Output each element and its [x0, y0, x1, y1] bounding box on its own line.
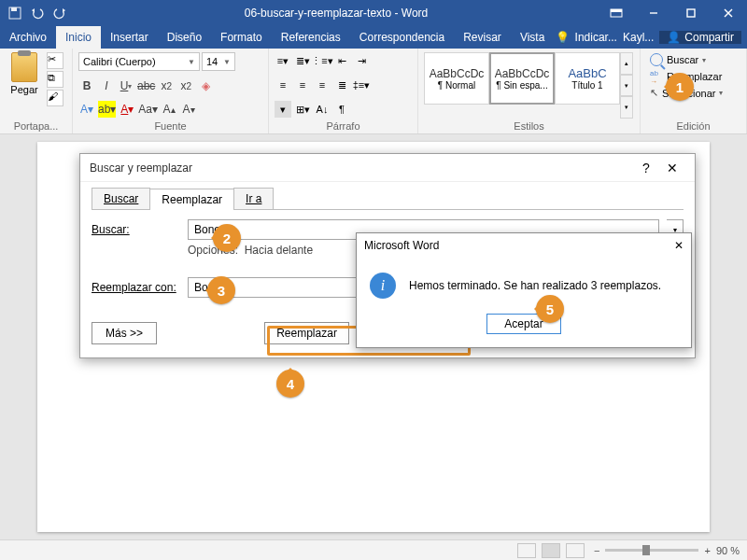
- increase-indent-button[interactable]: ⇥: [353, 52, 370, 69]
- dialog-tab-goto[interactable]: Ir a: [233, 188, 274, 209]
- dialog-help-button[interactable]: ?: [633, 161, 659, 175]
- tab-references[interactable]: Referencias: [272, 26, 350, 49]
- user-name[interactable]: Kayl...: [623, 31, 654, 44]
- style-name: ¶ Sin espa...: [496, 80, 547, 91]
- justify-button[interactable]: ≣: [333, 77, 350, 93]
- tab-insert[interactable]: Insertar: [101, 26, 158, 49]
- ribbon-options-icon[interactable]: [598, 0, 635, 26]
- zoom-in-button[interactable]: +: [704, 545, 710, 556]
- find-button[interactable]: Buscar ▾: [646, 52, 726, 67]
- tab-review[interactable]: Revisar: [454, 26, 511, 49]
- group-styles-label: Estilos: [424, 119, 634, 132]
- dialog-tab-replace[interactable]: Reemplazar: [149, 189, 234, 210]
- close-button[interactable]: [710, 0, 747, 26]
- find-label: Buscar:: [92, 223, 180, 236]
- tab-design[interactable]: Diseño: [158, 26, 211, 49]
- maximize-button[interactable]: [672, 0, 710, 26]
- minimize-button[interactable]: [635, 0, 672, 26]
- zoom-value[interactable]: 90 %: [716, 545, 740, 556]
- style-normal[interactable]: AaBbCcDc ¶ Normal: [424, 52, 489, 105]
- find-icon: [650, 53, 663, 66]
- dialog-title: Buscar y reemplazar: [90, 161, 633, 175]
- font-size-value: 14: [206, 56, 218, 67]
- format-painter-button[interactable]: 🖌: [47, 90, 63, 106]
- line-spacing-button[interactable]: ‡≡▾: [353, 77, 370, 93]
- borders-button[interactable]: ⊞▾: [294, 101, 311, 118]
- zoom-slider[interactable]: [605, 549, 698, 552]
- show-marks-button[interactable]: ¶: [333, 101, 350, 118]
- read-mode-button[interactable]: [517, 543, 536, 558]
- bullets-button[interactable]: ≡▾: [275, 52, 291, 69]
- find-replace-dialog: Buscar y reemplazar ? ✕ Buscar Reemplaza…: [79, 153, 696, 358]
- group-clipboard-label: Portapa...: [6, 119, 66, 132]
- save-icon[interactable]: [7, 6, 22, 21]
- style-no-spacing[interactable]: AaBbCcDc ¶ Sin espa...: [489, 52, 555, 105]
- ribbon-tabs: Archivo Inicio Insertar Diseño Formato R…: [0, 26, 747, 49]
- copy-button[interactable]: ⧉: [47, 71, 63, 88]
- align-center-button[interactable]: ≡: [294, 77, 311, 93]
- paste-button[interactable]: Pegar: [6, 52, 43, 119]
- document-area: Revisión del Mes Buscar y reemplazar ? ✕…: [0, 134, 747, 539]
- styles-scroll-down[interactable]: ▾: [620, 75, 633, 97]
- strike-button[interactable]: abc: [137, 77, 155, 94]
- replace-one-button[interactable]: Reemplazar: [264, 322, 349, 344]
- undo-icon[interactable]: [30, 6, 45, 21]
- highlight-button[interactable]: ab▾: [98, 101, 116, 118]
- share-button[interactable]: 👤 Compartir: [659, 31, 741, 44]
- align-left-button[interactable]: ≡: [275, 77, 291, 93]
- shading-button[interactable]: ▾: [275, 101, 291, 118]
- text-effects-button[interactable]: A▾: [78, 101, 95, 118]
- msgbox-text: Hemos terminado. Se han realizado 3 reem…: [409, 279, 661, 292]
- underline-button[interactable]: U ▾: [118, 77, 134, 94]
- redo-icon[interactable]: [52, 6, 67, 21]
- italic-button[interactable]: I: [98, 77, 115, 94]
- font-color-button[interactable]: A▾: [119, 101, 135, 118]
- superscript-button[interactable]: x2: [177, 77, 194, 94]
- sort-button[interactable]: A↓: [314, 101, 331, 118]
- dialog-tab-find[interactable]: Buscar: [92, 188, 150, 209]
- tab-home[interactable]: Inicio: [56, 26, 101, 49]
- styles-expand[interactable]: ▾: [620, 96, 633, 119]
- options-value: Hacia delante: [245, 244, 313, 257]
- group-editing-label: Edición: [646, 119, 740, 132]
- tab-file[interactable]: Archivo: [0, 26, 56, 49]
- share-label: Compartir: [684, 31, 734, 44]
- tell-me-input[interactable]: Indicar...: [575, 31, 617, 44]
- style-preview: AaBbC: [568, 66, 606, 80]
- msgbox-title: Microsoft Word: [364, 239, 674, 252]
- grow-font-button[interactable]: A▴: [161, 101, 177, 118]
- bold-button[interactable]: B: [78, 77, 95, 94]
- clear-format-button[interactable]: ◈: [197, 77, 214, 94]
- message-box: Microsoft Word ✕ i Hemos terminado. Se h…: [356, 232, 692, 348]
- numbering-button[interactable]: ≣▾: [294, 52, 311, 69]
- styles-scroll-up[interactable]: ▴: [620, 52, 633, 75]
- callout-4: 4: [276, 370, 304, 398]
- tell-me-icon[interactable]: 💡: [556, 31, 570, 44]
- zoom-out-button[interactable]: −: [594, 545, 599, 556]
- align-right-button[interactable]: ≡: [314, 77, 331, 93]
- print-layout-button[interactable]: [542, 543, 560, 558]
- info-icon: i: [370, 273, 396, 299]
- callout-2: 2: [213, 224, 241, 252]
- change-case-button[interactable]: Aa▾: [138, 101, 158, 118]
- web-layout-button[interactable]: [566, 543, 585, 558]
- tab-format[interactable]: Formato: [211, 26, 272, 49]
- tab-view[interactable]: Vista: [511, 26, 554, 49]
- svg-rect-1: [11, 7, 17, 11]
- font-size-combo[interactable]: 14▼: [202, 52, 235, 71]
- subscript-button[interactable]: x2: [158, 77, 175, 94]
- svg-rect-5: [687, 9, 695, 17]
- dialog-close-button[interactable]: ✕: [659, 161, 685, 175]
- decrease-indent-button[interactable]: ⇤: [333, 52, 350, 69]
- font-name-combo[interactable]: Calibri (Cuerpo)▼: [78, 52, 200, 71]
- tab-mail[interactable]: Correspondencia: [350, 26, 454, 49]
- cut-button[interactable]: ✂: [47, 52, 63, 69]
- style-heading1[interactable]: AaBbC Título 1: [555, 52, 620, 105]
- msgbox-close-button[interactable]: ✕: [674, 239, 684, 252]
- shrink-font-button[interactable]: A▾: [180, 101, 197, 118]
- more-button[interactable]: Más >>: [92, 322, 157, 344]
- style-preview: AaBbCcDc: [495, 67, 550, 80]
- multilevel-button[interactable]: ⋮≡▾: [314, 52, 331, 69]
- callout-5: 5: [536, 295, 564, 323]
- callout-1: 1: [666, 73, 694, 101]
